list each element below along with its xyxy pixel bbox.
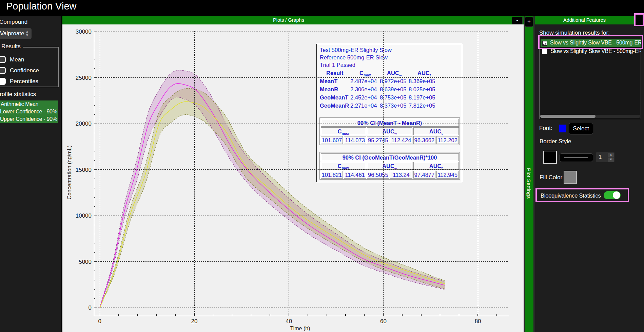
svg-text:5000: 5000	[79, 259, 92, 265]
svg-text:10000: 10000	[76, 213, 92, 219]
svg-text:30000: 30000	[76, 29, 92, 35]
svg-text:60: 60	[380, 318, 387, 325]
svg-text:15000: 15000	[76, 167, 92, 173]
svg-text:80: 80	[475, 318, 481, 325]
svg-text:20000: 20000	[76, 121, 92, 127]
svg-text:0: 0	[89, 305, 92, 311]
svg-text:Time (h): Time (h)	[290, 326, 310, 331]
svg-text:Concentration (ng/mL): Concentration (ng/mL)	[66, 145, 72, 199]
svg-text:20: 20	[191, 318, 198, 325]
svg-text:40: 40	[286, 318, 292, 325]
svg-text:0: 0	[98, 318, 101, 325]
svg-text:25000: 25000	[76, 75, 92, 81]
